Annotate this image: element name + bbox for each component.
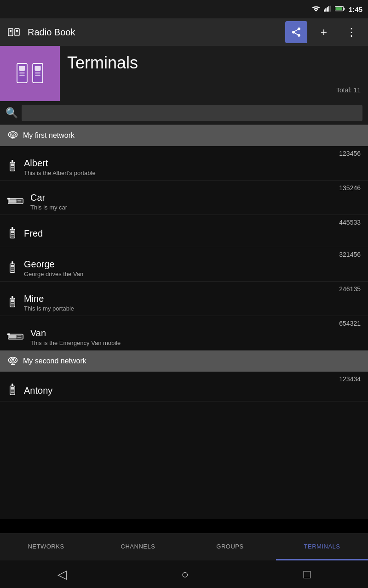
svg-rect-62: [11, 391, 14, 392]
terminal-name: Mine: [24, 294, 361, 304]
header-banner: Terminals Total: 11: [0, 46, 368, 101]
back-button[interactable]: ◁: [48, 564, 76, 585]
terminal-item-mine[interactable]: 246135 Mine This is my portable: [0, 282, 368, 316]
home-button[interactable]: ○: [172, 564, 198, 585]
svg-rect-38: [11, 236, 14, 237]
battery-icon: [335, 6, 345, 13]
network-header-1: My first network: [0, 125, 368, 146]
terminal-name: Antony: [24, 385, 361, 396]
terminal-id: 123434: [7, 373, 361, 384]
search-input[interactable]: [22, 105, 362, 121]
more-options-button[interactable]: ⋮: [340, 21, 362, 43]
svg-rect-4: [330, 6, 331, 11]
svg-rect-10: [15, 28, 19, 36]
terminal-id: 246135: [7, 283, 361, 294]
svg-rect-0: [324, 9, 325, 11]
svg-rect-54: [7, 334, 10, 335]
signal-icon: [324, 6, 331, 13]
svg-rect-27: [11, 167, 14, 168]
svg-point-56: [10, 358, 15, 362]
svg-rect-13: [19, 66, 25, 71]
svg-rect-44: [12, 261, 13, 264]
svg-rect-34: [7, 198, 10, 200]
svg-rect-37: [11, 234, 14, 235]
svg-rect-18: [35, 72, 40, 74]
svg-rect-33: [17, 202, 22, 203]
terminal-item-albert[interactable]: 123456 Albert This is the Albert's porta…: [0, 146, 368, 181]
svg-rect-1: [325, 8, 326, 11]
terminal-name: Fred: [24, 228, 361, 239]
terminal-item-fred[interactable]: 445533 Fred: [0, 215, 368, 247]
portable-radio-icon: [7, 261, 17, 275]
svg-rect-36: [11, 231, 14, 233]
svg-point-21: [10, 133, 15, 136]
share-button[interactable]: [285, 21, 307, 43]
wifi-icon: [312, 6, 320, 13]
tab-channels[interactable]: CHANNELS: [92, 533, 184, 560]
app-title: Radio Book: [28, 27, 280, 38]
network-icon: [7, 130, 18, 141]
tab-networks[interactable]: NETWORKS: [0, 533, 92, 560]
svg-rect-26: [11, 164, 14, 166]
svg-rect-32: [17, 200, 22, 201]
terminal-id: 654321: [7, 318, 361, 328]
search-bar: 🔍: [0, 101, 368, 125]
terminal-id: 445533: [7, 217, 361, 227]
svg-rect-43: [11, 270, 14, 271]
tab-groups[interactable]: GROUPS: [184, 533, 276, 560]
terminal-desc: This is my portable: [24, 305, 361, 312]
search-icon: 🔍: [6, 107, 18, 119]
terminal-id: 321456: [7, 249, 361, 259]
svg-rect-64: [12, 384, 13, 386]
svg-rect-9: [10, 30, 12, 32]
portable-radio-icon: [7, 227, 17, 241]
svg-rect-63: [11, 392, 14, 393]
terminal-desc: George drives the Van: [24, 271, 361, 277]
svg-rect-41: [11, 265, 14, 267]
terminal-id: 123456: [7, 148, 361, 158]
svg-rect-51: [9, 335, 17, 338]
terminal-desc: This is the Albert's portable: [24, 170, 361, 176]
svg-rect-29: [12, 160, 13, 163]
add-button[interactable]: +: [313, 21, 335, 43]
svg-rect-49: [12, 296, 13, 299]
svg-rect-42: [11, 269, 14, 270]
svg-rect-2: [327, 7, 328, 11]
terminal-list: My first network 123456 Albert This is t…: [0, 125, 368, 519]
svg-rect-48: [11, 305, 14, 305]
svg-rect-17: [35, 66, 41, 71]
tab-terminals[interactable]: TERMINALS: [276, 533, 368, 560]
svg-rect-7: [336, 7, 342, 10]
system-navigation: ◁ ○ □: [0, 560, 368, 588]
terminal-name: Albert: [24, 158, 361, 169]
page-title: Terminals: [67, 53, 361, 73]
mobile-radio-icon: [7, 196, 24, 208]
terminal-item-van[interactable]: 654321 Van This is the Emergency Van mob…: [0, 316, 368, 351]
terminal-name: Car: [30, 192, 361, 203]
status-bar: 1:45: [0, 0, 368, 18]
terminal-id: 135246: [7, 182, 361, 192]
terminal-item-george[interactable]: 321456 George George drives the Van: [0, 247, 368, 282]
svg-rect-52: [17, 335, 22, 336]
svg-rect-3: [328, 6, 329, 11]
svg-point-57: [12, 359, 14, 361]
terminal-name: George: [24, 259, 361, 270]
total-count: Total: 11: [67, 86, 361, 94]
network-header-2: My second network: [0, 351, 368, 372]
svg-rect-28: [11, 169, 14, 170]
network-1-name: My first network: [23, 131, 75, 140]
svg-rect-11: [16, 30, 18, 32]
terminal-desc: This is the Emergency Van mobile: [30, 339, 361, 346]
recents-button[interactable]: □: [294, 564, 320, 585]
terminal-item-antony[interactable]: 123434 Antony: [0, 372, 368, 401]
svg-rect-46: [11, 300, 14, 302]
portable-radio-icon: [7, 160, 17, 175]
bottom-navigation: NETWORKS CHANNELS GROUPS TERMINALS: [0, 533, 368, 560]
network-icon-2: [7, 356, 18, 367]
svg-rect-31: [9, 199, 17, 203]
terminal-name: Van: [30, 328, 361, 339]
portable-radio-icon: [7, 296, 17, 310]
terminal-item-car[interactable]: 135246 Car This is my car: [0, 181, 368, 215]
action-bar: Radio Book + ⋮: [0, 18, 368, 46]
svg-rect-19: [35, 75, 40, 76]
